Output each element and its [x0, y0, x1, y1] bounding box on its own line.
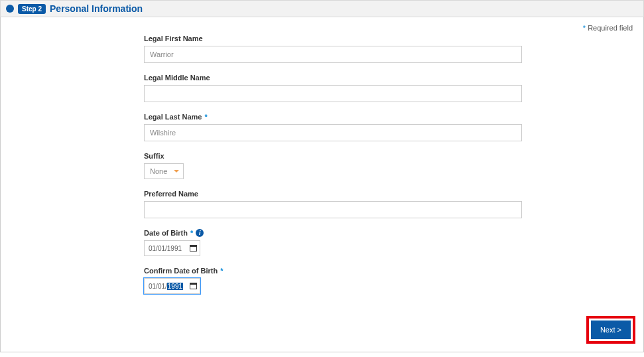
required-star-icon: *: [583, 24, 586, 32]
suffix-group: Suffix None: [144, 152, 522, 179]
year-selection: 1991: [167, 283, 183, 290]
confirm-dob-group: Confirm Date of Birth * 01/01/1991: [144, 267, 522, 294]
required-star-icon: *: [190, 229, 193, 237]
step-dot-icon: [6, 5, 14, 13]
chevron-down-icon: [174, 170, 179, 173]
info-icon[interactable]: i: [196, 229, 204, 237]
preferred-name-group: Preferred Name: [144, 190, 522, 218]
first-name-group: Legal First Name: [144, 35, 522, 63]
last-name-group: Legal Last Name *: [144, 113, 522, 141]
next-button[interactable]: Next >: [591, 321, 631, 339]
required-star-icon: *: [220, 267, 223, 275]
confirm-dob-label: Confirm Date of Birth *: [144, 267, 522, 275]
suffix-select[interactable]: None: [144, 163, 184, 179]
preferred-name-label: Preferred Name: [144, 190, 522, 198]
form-panel: * Required field Legal First Name Legal …: [0, 17, 644, 352]
preferred-name-input[interactable]: [144, 201, 522, 218]
first-name-label: Legal First Name: [144, 35, 522, 42]
suffix-label: Suffix: [144, 152, 522, 160]
step-header: Step 2 Personal Information: [0, 0, 644, 17]
required-star-icon: *: [204, 113, 207, 121]
calendar-icon: [190, 245, 197, 251]
dob-input[interactable]: 01/01/1991: [144, 240, 200, 256]
middle-name-label: Legal Middle Name: [144, 74, 522, 82]
confirm-dob-input[interactable]: 01/01/1991: [144, 278, 200, 294]
last-name-label: Legal Last Name *: [144, 113, 522, 121]
page-title: Personal Information: [50, 3, 143, 14]
middle-name-input[interactable]: [144, 85, 522, 102]
step-badge: Step 2: [18, 4, 46, 14]
middle-name-group: Legal Middle Name: [144, 74, 522, 102]
dob-label: Date of Birth * i: [144, 229, 522, 237]
next-button-highlight: Next >: [586, 316, 635, 344]
last-name-input[interactable]: [144, 124, 522, 141]
first-name-input[interactable]: [144, 46, 522, 63]
required-field-note: * Required field: [11, 24, 633, 32]
dob-group: Date of Birth * i 01/01/1991: [144, 229, 522, 256]
calendar-icon: [190, 283, 197, 289]
form-area: Legal First Name Legal Middle Name Legal…: [144, 35, 522, 294]
